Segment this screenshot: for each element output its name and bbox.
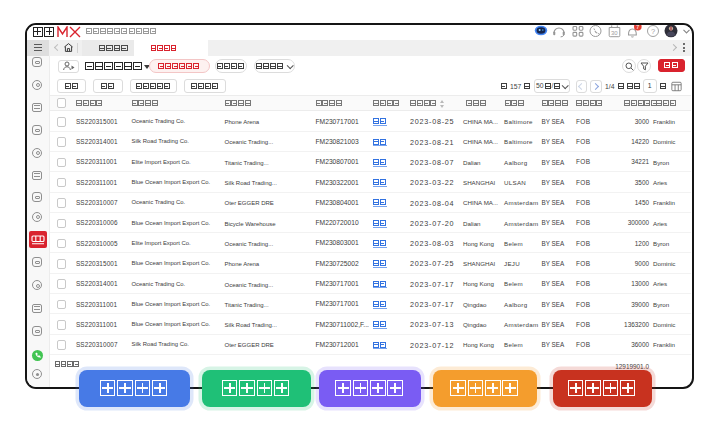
svg-text:?: ? bbox=[650, 26, 654, 35]
svg-text:30: 30 bbox=[611, 29, 618, 35]
